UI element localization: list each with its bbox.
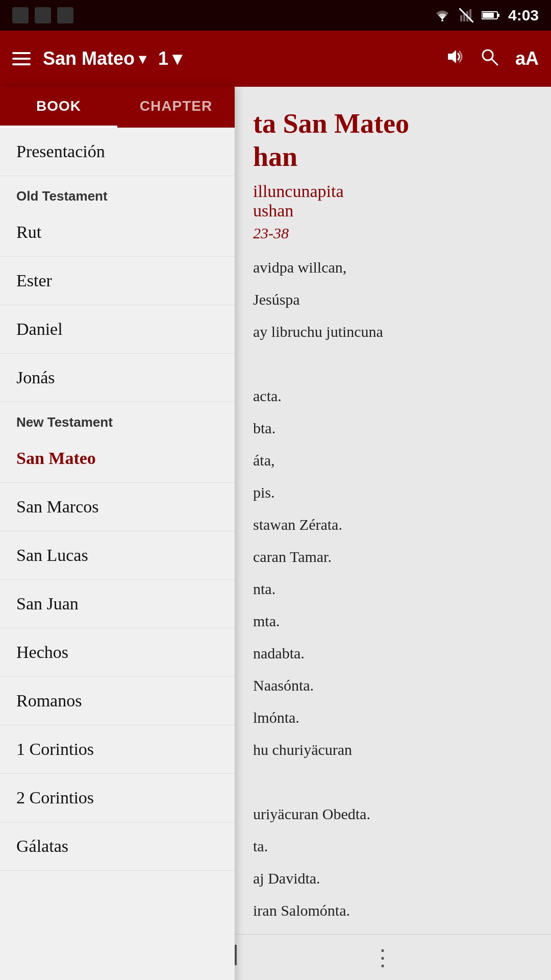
app-icon-1 bbox=[12, 7, 29, 23]
content-line: bta. bbox=[253, 415, 533, 441]
tab-chapter[interactable]: CHAPTER bbox=[117, 87, 235, 128]
content-title-line1: ta San Mateo bbox=[253, 108, 409, 139]
svg-rect-4 bbox=[460, 15, 462, 21]
dropdown-panel: BOOK CHAPTER PresentaciónOld TestamentRu… bbox=[0, 87, 235, 980]
section-header-old-testament-header: Old Testament bbox=[0, 176, 235, 208]
status-time: 4:03 bbox=[508, 7, 539, 24]
dropdown-item-rut[interactable]: Rut bbox=[0, 208, 235, 257]
dropdown-item-san-mateo[interactable]: San Mateo bbox=[0, 434, 235, 483]
dropdown-item-hechos[interactable]: Hechos bbox=[0, 628, 235, 677]
dropdown-item-daniel[interactable]: Daniel bbox=[0, 305, 235, 354]
content-text: avidpa willcan,Jesúspaay libruchu jutinc… bbox=[253, 254, 533, 980]
content-line: Jesúspa bbox=[253, 286, 533, 312]
volume-icon[interactable] bbox=[444, 47, 463, 71]
content-line: uriyäcuran Obedta. bbox=[253, 801, 533, 827]
dropdown-item-galatas[interactable]: Gálatas bbox=[0, 822, 235, 871]
dropdown-item-presentacion[interactable]: Presentación bbox=[0, 128, 235, 176]
content-line: áta, bbox=[253, 447, 533, 473]
svg-rect-1 bbox=[35, 7, 51, 23]
app-bar-icons: aA bbox=[444, 47, 539, 71]
content-panel: ta San Mateo han illuncunapita ushan 23-… bbox=[235, 87, 551, 980]
svg-line-14 bbox=[491, 59, 497, 65]
content-line: ay libruchu jutincuna bbox=[253, 318, 533, 345]
status-bar-left bbox=[12, 7, 73, 23]
content-line: avidpa willcan, bbox=[253, 254, 533, 280]
content-line: ta. bbox=[253, 833, 533, 859]
tab-book[interactable]: BOOK bbox=[0, 87, 117, 128]
dropdown-item-san-lucas[interactable]: San Lucas bbox=[0, 531, 235, 580]
chapter-number: 1 bbox=[158, 48, 168, 69]
content-line: iran Salomónta. bbox=[253, 897, 533, 923]
content-verse-ref: 23-38 bbox=[253, 225, 533, 242]
content-line: stawan Zérata. bbox=[253, 511, 533, 537]
svg-point-3 bbox=[441, 19, 443, 21]
status-bar: 4:03 bbox=[0, 0, 551, 31]
tabs-bar: BOOK CHAPTER bbox=[0, 87, 235, 128]
content-line: acta. bbox=[253, 383, 533, 409]
content-subtitle: illuncunapita ushan bbox=[253, 182, 533, 220]
content-line bbox=[253, 769, 533, 795]
dropdown-list: PresentaciónOld TestamentRutEsterDanielJ… bbox=[0, 128, 235, 871]
status-bar-right: 4:03 bbox=[434, 7, 539, 24]
svg-rect-0 bbox=[12, 7, 29, 23]
content-title: ta San Mateo han bbox=[253, 107, 533, 174]
dropdown-item-ester[interactable]: Ester bbox=[0, 257, 235, 305]
content-title-line2: han bbox=[253, 141, 297, 172]
more-options-button[interactable]: ⋮ bbox=[371, 944, 394, 970]
content-line: Naasónta. bbox=[253, 672, 533, 698]
dropdown-item-1-corintios[interactable]: 1 Corintios bbox=[0, 725, 235, 774]
dropdown-item-2-corintios[interactable]: 2 Corintios bbox=[0, 774, 235, 822]
dropdown-item-romanos[interactable]: Romanos bbox=[0, 677, 235, 725]
search-icon[interactable] bbox=[480, 47, 499, 71]
signal-off-icon bbox=[459, 8, 473, 22]
dropdown-item-jonas[interactable]: Jonás bbox=[0, 354, 235, 402]
book-dropdown-arrow: ▾ bbox=[139, 51, 146, 67]
content-line: mta. bbox=[253, 608, 533, 634]
content-line: nadabta. bbox=[253, 640, 533, 666]
content-line: caran Tamar. bbox=[253, 544, 533, 570]
book-title: San Mateo bbox=[43, 48, 135, 69]
section-header-new-testament-header: New Testament bbox=[0, 402, 235, 434]
content-line: lmónta. bbox=[253, 704, 533, 730]
content-line: nta. bbox=[253, 576, 533, 602]
main-container: BOOK CHAPTER PresentaciónOld TestamentRu… bbox=[0, 87, 551, 980]
svg-rect-2 bbox=[57, 7, 73, 23]
book-selector[interactable]: San Mateo ▾ bbox=[43, 48, 146, 69]
content-line bbox=[253, 351, 533, 377]
svg-rect-10 bbox=[497, 14, 499, 17]
battery-icon bbox=[482, 10, 500, 20]
svg-marker-12 bbox=[448, 50, 456, 63]
chapter-selector[interactable]: 1 ▾ bbox=[158, 48, 182, 69]
wifi-icon bbox=[434, 8, 451, 22]
text-size-icon[interactable]: aA bbox=[515, 48, 539, 69]
content-line: aj Davidta. bbox=[253, 865, 533, 891]
app-icon-3 bbox=[57, 7, 73, 23]
chapter-dropdown-arrow: ▾ bbox=[172, 48, 182, 69]
dropdown-item-san-marcos[interactable]: San Marcos bbox=[0, 483, 235, 531]
menu-button[interactable] bbox=[12, 52, 31, 65]
app-bar: San Mateo ▾ 1 ▾ aA bbox=[0, 31, 551, 87]
content-line: pis. bbox=[253, 479, 533, 505]
app-icon-2 bbox=[35, 7, 51, 23]
text-size-label: aA bbox=[515, 48, 539, 69]
svg-rect-11 bbox=[483, 13, 494, 18]
dropdown-item-san-juan[interactable]: San Juan bbox=[0, 580, 235, 628]
content-line: hu churiyäcuran bbox=[253, 737, 533, 763]
